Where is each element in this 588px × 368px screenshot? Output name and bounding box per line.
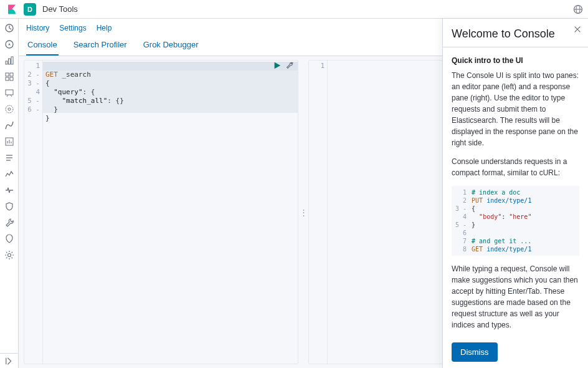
side-nav — [0, 19, 19, 368]
close-icon[interactable] — [573, 25, 582, 34]
intro-para-2: Console understands requests in a compac… — [452, 156, 579, 178]
editor-pane[interactable]: 1 2 - 3 - 4 5 - 6 - GET _search { "query… — [24, 60, 298, 364]
apm-icon[interactable] — [4, 168, 15, 180]
svg-rect-9 — [10, 73, 13, 76]
flyout-title: Welcome to Console — [452, 27, 579, 41]
svg-rect-5 — [6, 61, 7, 64]
dashboard-icon[interactable] — [4, 71, 15, 82]
flyout-footer: Dismiss — [443, 336, 588, 368]
metrics-icon[interactable] — [4, 136, 15, 147]
tab-console[interactable]: Console — [26, 35, 59, 56]
settings-link[interactable]: Settings — [59, 24, 86, 32]
management-icon[interactable] — [4, 249, 15, 261]
intro-para-3: While typing a request, Console will mak… — [452, 263, 579, 331]
maps-icon[interactable] — [4, 104, 15, 115]
app-badge: D — [24, 3, 36, 16]
pane-separator[interactable] — [302, 60, 305, 364]
globe-icon[interactable] — [573, 4, 583, 14]
editor-code[interactable]: GET _search { "query": { "match_all": {}… — [43, 61, 298, 364]
top-bar: D Dev Tools — [0, 0, 588, 19]
flyout-body: Quick intro to the UI The Console UI is … — [443, 47, 588, 336]
devtools-icon[interactable] — [4, 217, 15, 228]
kibana-logo-icon — [6, 4, 17, 15]
ml-icon[interactable] — [4, 120, 15, 131]
recent-icon[interactable] — [4, 22, 15, 34]
monitoring-icon[interactable] — [4, 233, 15, 245]
welcome-flyout: Welcome to Console Quick intro to the UI… — [442, 19, 588, 368]
collapse-nav-button[interactable] — [0, 353, 19, 368]
code-sample: 1 2 3 - 4 5 - 6 7 8 # index a doc PUT in… — [452, 186, 579, 256]
intro-para-1: The Console UI is split into two panes: … — [452, 70, 579, 148]
visualize-icon[interactable] — [4, 55, 15, 66]
svg-rect-6 — [8, 59, 10, 64]
canvas-icon[interactable] — [4, 87, 15, 99]
submit-request-button[interactable] — [273, 61, 282, 70]
discover-icon[interactable] — [4, 39, 15, 50]
svg-point-24 — [7, 254, 11, 257]
svg-rect-10 — [6, 77, 9, 80]
app-title: Dev Tools — [42, 4, 78, 14]
svg-rect-11 — [10, 77, 13, 80]
flyout-header: Welcome to Console — [443, 19, 588, 47]
uptime-icon[interactable] — [4, 185, 15, 196]
dismiss-button[interactable]: Dismiss — [452, 342, 498, 362]
logs-icon[interactable] — [4, 152, 15, 163]
svg-rect-12 — [6, 90, 13, 95]
svg-point-16 — [8, 108, 11, 110]
svg-rect-8 — [6, 73, 9, 76]
response-gutter: 1 — [309, 61, 328, 364]
wrench-menu-button[interactable] — [285, 61, 294, 70]
history-link[interactable]: History — [26, 24, 49, 32]
siem-icon[interactable] — [4, 201, 15, 212]
section-heading-intro: Quick intro to the UI — [452, 56, 579, 65]
svg-rect-7 — [11, 57, 13, 64]
svg-point-15 — [6, 105, 13, 113]
tab-grok-debugger[interactable]: Grok Debugger — [142, 35, 200, 56]
help-link[interactable]: Help — [97, 24, 112, 32]
editor-gutter: 1 2 - 3 - 4 5 - 6 - — [24, 61, 43, 364]
tab-search-profiler[interactable]: Search Profiler — [72, 35, 128, 56]
